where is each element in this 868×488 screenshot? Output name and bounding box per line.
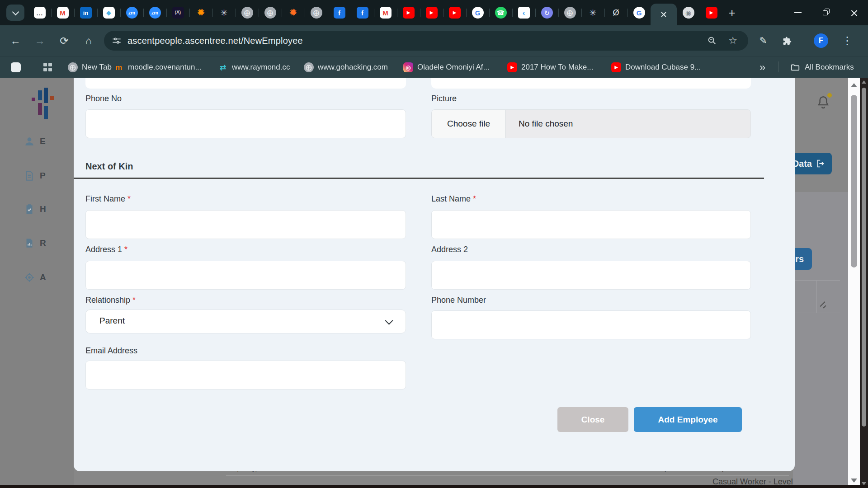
browser-menu-kebab-icon[interactable]: ⋮ [836, 25, 858, 56]
tab-linkedin[interactable]: in [74, 5, 97, 20]
tab-lock[interactable]: f [351, 5, 374, 20]
tab-youtube[interactable]: ▶ [700, 5, 723, 20]
scroll-up-arrow-icon[interactable] [862, 80, 866, 84]
add-employee-button[interactable]: Add Employee [634, 407, 742, 432]
scroll-down-arrow-icon[interactable] [851, 479, 857, 483]
tab-close-icon[interactable] [660, 11, 667, 18]
first-name-input[interactable] [85, 210, 406, 239]
site-info-icon[interactable] [111, 35, 122, 46]
bookmark-star-icon[interactable]: ☆ [723, 31, 743, 51]
tab-gmail[interactable]: M [374, 5, 397, 20]
youtube-favicon: ▶ [426, 7, 438, 19]
url-text[interactable]: ascentpeople.ascentree.net/NewEmployee [127, 36, 303, 46]
browser-window: …Min◆zmzm(A)✹✳⊕⊕✹⊕ffM▶▶▶G☎‹↻⊕✳ØG◉▶+ ← → … [0, 0, 868, 488]
zoom-favicon: zm [149, 7, 161, 19]
browser-scrollbar[interactable] [860, 78, 868, 488]
tab-openai[interactable]: ✳ [581, 5, 604, 20]
tab-zoom[interactable]: zm [143, 5, 166, 20]
background-card [793, 192, 848, 488]
bookmark-item[interactable]: ⊕New Tab [68, 56, 112, 78]
tab-google[interactable]: G [466, 5, 489, 20]
browser-scrollbar-thumb[interactable] [862, 88, 866, 427]
tab-gmail[interactable]: M [51, 5, 74, 20]
bookmarks-overflow-chevron[interactable]: » [760, 56, 765, 78]
relationship-select[interactable]: Parent [85, 310, 406, 333]
tab-cube[interactable]: ◆ [97, 5, 120, 20]
bookmark-item[interactable]: ◎Oladele Omoniyi Af... [403, 56, 490, 78]
last-name-input[interactable] [431, 210, 751, 239]
extensions-puzzle-icon[interactable] [776, 25, 797, 56]
reload-button[interactable]: ⟳ [53, 25, 75, 56]
bookmark-label: moodle.covenantun... [128, 63, 202, 72]
scroll-up-arrow-icon[interactable] [851, 83, 857, 87]
phone-no-input[interactable] [85, 109, 406, 138]
bookmark-label: New Tab [82, 63, 112, 72]
zoom-out-icon[interactable] [702, 31, 722, 51]
close-button[interactable]: Close [557, 407, 628, 432]
tab-burst[interactable]: ✹ [282, 5, 305, 20]
sidebar-item-label[interactable]: H [40, 204, 46, 214]
tab-chat[interactable]: … [28, 5, 51, 20]
tab-youtube[interactable]: ▶ [397, 5, 420, 20]
page-scrollbar[interactable] [848, 78, 860, 488]
picture-file-input[interactable]: Choose file No file chosen [431, 109, 751, 138]
all-bookmarks-button[interactable]: All Bookmarks [790, 56, 854, 78]
all-bookmarks-label: All Bookmarks [805, 63, 854, 72]
tab-globe[interactable]: ⊕ [558, 5, 581, 20]
phone-number-input[interactable] [431, 310, 751, 339]
tab-globe[interactable]: ⊕ [305, 5, 328, 20]
side-panel-icon[interactable] [11, 62, 21, 72]
tab-sync[interactable]: ↻ [535, 5, 558, 20]
bookmark-item[interactable]: ▶2017 How To Make... [507, 56, 593, 78]
back-button[interactable]: ← [5, 25, 26, 56]
tab-openai[interactable]: ✳ [212, 5, 236, 20]
sidebar-item-label[interactable]: E [40, 136, 46, 146]
tab-clipchamp[interactable]: ‹ [512, 5, 535, 20]
sidebar-item-label[interactable]: A [40, 272, 46, 282]
restore-button[interactable] [812, 0, 840, 25]
cutoff-field-right[interactable] [431, 78, 751, 89]
email-input[interactable] [85, 361, 406, 389]
tab-lock[interactable]: f [328, 5, 351, 20]
tab-search-button[interactable] [6, 5, 24, 21]
target-icon[interactable] [24, 272, 35, 283]
page-scrollbar-thumb[interactable] [851, 95, 857, 267]
tab-globe[interactable]: ⊕ [259, 5, 282, 20]
tab-spark[interactable]: ✹ [189, 5, 212, 20]
tab-youtube[interactable]: ▶ [443, 5, 466, 20]
tab-zoom[interactable]: zm [120, 5, 143, 20]
sidebar-item-label[interactable]: R [40, 238, 46, 248]
bookmark-item[interactable]: ⊕www.gohacking.com [304, 56, 388, 78]
file-chart-icon[interactable] [24, 237, 35, 249]
new-tab-button[interactable]: + [723, 4, 741, 22]
apps-grid-icon[interactable] [43, 63, 52, 71]
address1-input[interactable] [85, 261, 406, 290]
tab-angular[interactable]: (A) [166, 5, 189, 20]
bookmark-item[interactable]: ▶Download Cubase 9... [611, 56, 701, 78]
email-label: Email Address [85, 346, 137, 356]
document-icon[interactable] [24, 170, 35, 182]
close-window-button[interactable] [840, 0, 868, 25]
tab-active[interactable] [651, 4, 677, 25]
clipboard-check-icon[interactable] [24, 203, 35, 215]
home-button[interactable]: ⌂ [78, 25, 99, 56]
tab-google[interactable]: G [627, 5, 651, 20]
address-bar[interactable]: ascentpeople.ascentree.net/NewEmployee ☆ [104, 31, 748, 51]
sidebar-item-label[interactable]: P [40, 171, 46, 181]
forward-button[interactable]: → [29, 25, 51, 56]
bookmark-item[interactable]: mmoodle.covenantun... [114, 56, 202, 78]
tab-youtube[interactable]: ▶ [420, 5, 443, 20]
address2-input[interactable] [431, 261, 751, 290]
minimize-button[interactable] [784, 0, 812, 25]
tab-whatsapp[interactable]: ☎ [489, 5, 512, 20]
bookmark-item[interactable]: ⇄www.raymond.cc [218, 56, 290, 78]
person-icon[interactable] [24, 136, 35, 147]
incognito-favicon: Ø [610, 7, 622, 19]
pen-extension-icon[interactable]: ✎ [752, 25, 774, 56]
choose-file-button[interactable]: Choose file [432, 110, 506, 138]
tab-incognito[interactable]: Ø [604, 5, 627, 20]
profile-avatar[interactable]: F [814, 33, 828, 48]
tab-globe[interactable]: ⊕ [236, 5, 259, 20]
cutoff-field-left[interactable] [85, 78, 406, 89]
tab-brave[interactable]: ◉ [677, 5, 700, 20]
